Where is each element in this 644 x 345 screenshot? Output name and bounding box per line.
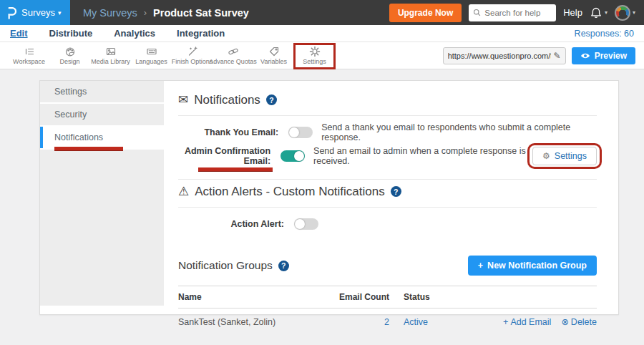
add-email-link[interactable]: + Add Email [503, 316, 551, 327]
notifications-bell[interactable]: ▾ [590, 6, 608, 19]
thank-you-email-row: Thank You Email: Send a thank you email … [178, 120, 597, 144]
admin-confirmation-email-label: Admin Confirmation Email: [178, 146, 270, 166]
plus-icon: + [478, 261, 483, 271]
toolbar-label: Finish Options [172, 58, 213, 65]
preview-button[interactable]: Preview [572, 47, 635, 64]
surveys-menu[interactable]: Surveys ▾ [21, 7, 62, 18]
notification-groups-table: Name Email Count Status SankTest (Sanket… [178, 286, 597, 335]
breadcrumb-separator: › [144, 7, 147, 18]
group-name: SankTest (Sanket, Zolin) [178, 317, 325, 327]
toolbar-item-finish-options[interactable]: Finish Options [172, 46, 213, 65]
action-alerts-header: ⚠ Action Alerts - Custom Notifications ? [178, 184, 597, 199]
toolbar-item-settings[interactable]: Settings [294, 46, 335, 65]
email-count-link[interactable]: 2 [384, 317, 389, 327]
toolbar-label: Languages [135, 58, 167, 65]
admin-email-settings-button[interactable]: ⚙ Settings [532, 147, 597, 165]
questionpro-logo-icon [6, 5, 18, 21]
toolbar-label: Advance Quotas [209, 58, 257, 65]
eye-icon [580, 52, 590, 60]
envelope-icon: ✉ [178, 92, 188, 107]
tab-integration[interactable]: Integration [177, 28, 225, 39]
help-icon[interactable]: ? [278, 261, 289, 271]
tag-icon [268, 46, 280, 57]
breadcrumb: My Surveys › Product Sat Survey [83, 7, 249, 19]
surveys-menu-label: Surveys [21, 7, 55, 18]
tab-edit[interactable]: Edit [10, 28, 28, 39]
survey-url-input[interactable] [448, 52, 551, 60]
new-notification-group-button[interactable]: + New Notification Group [468, 256, 597, 276]
toolbar-label: Design [59, 58, 79, 65]
preview-label: Preview [595, 51, 627, 61]
avatar [615, 5, 630, 21]
settings-sidebar: Settings Security Notifications [40, 81, 164, 314]
delete-link[interactable]: ⊗ Delete [561, 316, 597, 327]
sidebar-item-notifications[interactable]: Notifications [40, 127, 164, 148]
action-alert-label: Action Alert: [178, 219, 284, 229]
toolbar-item-design[interactable]: Design [49, 46, 90, 65]
wand-icon [187, 46, 198, 57]
help-icon[interactable]: ? [391, 186, 401, 197]
toolbar-item-advance-quotas[interactable]: Advance Quotas [213, 46, 253, 65]
admin-confirmation-email-toggle[interactable] [280, 150, 305, 162]
action-alert-row: Action Alert: [178, 212, 597, 235]
sidebar-item-label: Settings [54, 87, 87, 97]
settings-button-label: Settings [555, 151, 587, 161]
new-group-label: New Notification Group [487, 261, 587, 271]
chevron-down-icon: ▾ [605, 9, 608, 16]
col-header-status: Status [389, 292, 468, 302]
table-row: SankTest (Sanket, Zolin) 2 Active + Add … [178, 308, 597, 335]
palette-icon [64, 46, 76, 57]
account-menu[interactable]: ▾ [615, 5, 635, 21]
sidebar-item-security[interactable]: Security [40, 104, 164, 125]
toolbar-item-media-library[interactable]: Media Library [90, 46, 131, 65]
tab-distribute[interactable]: Distribute [49, 28, 93, 39]
circle-x-icon: ⊗ [561, 316, 568, 327]
tab-analytics[interactable]: Analytics [114, 28, 155, 39]
col-header-email-count: Email Count [325, 292, 389, 302]
section-title: Action Alerts - Custom Notifications [195, 185, 384, 199]
content-area: Settings Security Notifications ✉ Notifi… [0, 69, 644, 345]
bell-icon [590, 6, 602, 19]
gear-icon [309, 46, 321, 57]
thank-you-email-description: Send a thank you email to respondents wh… [321, 122, 597, 142]
pencil-icon[interactable]: ✎ [554, 51, 561, 61]
sidebar-item-label: Security [54, 110, 87, 120]
notifications-panel: ✉ Notifications ? Thank You Email: Send … [164, 81, 618, 314]
settings-card: Settings Security Notifications ✉ Notifi… [39, 80, 619, 315]
thank-you-email-toggle[interactable] [288, 127, 313, 138]
notification-groups-header: Notification Groups ? + New Notification… [178, 256, 597, 276]
toolbar-label: Media Library [91, 58, 130, 65]
admin-confirmation-email-row: Admin Confirmation Email: Send an email … [178, 144, 597, 167]
status-link[interactable]: Active [404, 317, 428, 327]
search-icon [473, 8, 481, 17]
workspace-icon [24, 46, 35, 57]
toolbar-item-variables[interactable]: Variables [253, 46, 294, 65]
gear-icon: ⚙ [542, 151, 550, 161]
plus-icon: + [503, 317, 508, 327]
toolbar-item-workspace[interactable]: Workspace [9, 46, 49, 65]
toolbar-item-languages[interactable]: Languages [131, 46, 172, 65]
thank-you-email-label: Thank You Email: [178, 127, 278, 137]
help-search-box[interactable] [469, 4, 556, 21]
sidebar-item-settings[interactable]: Settings [40, 81, 164, 102]
annotation-underline-admin-email [198, 167, 273, 171]
logo-area[interactable]: Surveys ▾ [0, 0, 70, 25]
top-bar: Surveys ▾ My Surveys › Product Sat Surve… [0, 0, 644, 25]
chevron-down-icon: ▾ [633, 9, 635, 16]
search-input[interactable] [484, 9, 552, 17]
keyboard-icon [146, 46, 157, 57]
help-link[interactable]: Help [563, 7, 582, 18]
table-header-row: Name Email Count Status [178, 286, 597, 308]
toolbar-label: Workspace [13, 58, 45, 65]
help-icon[interactable]: ? [266, 94, 277, 105]
survey-url-box[interactable]: ✎ [443, 47, 566, 64]
breadcrumb-parent[interactable]: My Surveys [83, 7, 137, 19]
col-header-name: Name [178, 292, 325, 302]
responses-count[interactable]: Responses: 60 [575, 29, 634, 39]
edit-toolbar: Workspace Design Media Library Languages [0, 42, 644, 69]
toolbar-right: ✎ Preview [443, 47, 644, 64]
upgrade-now-button[interactable]: Upgrade Now [389, 4, 462, 22]
col-header-actions [468, 292, 597, 302]
chain-icon [228, 46, 239, 57]
action-alert-toggle[interactable] [294, 218, 318, 230]
